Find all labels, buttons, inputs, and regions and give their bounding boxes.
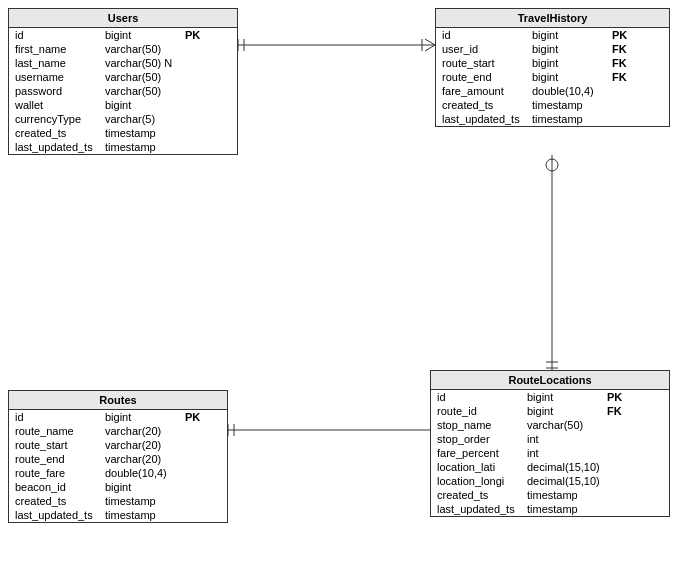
col-type: varchar(50) — [105, 71, 185, 83]
table-row: route_faredouble(10,4) — [9, 466, 227, 480]
col-name: location_lati — [437, 461, 527, 473]
table-row: idbigintPK — [431, 390, 669, 404]
travelhistory-body: idbigintPKuser_idbigintFKroute_startbigi… — [436, 28, 669, 126]
col-type: bigint — [105, 411, 185, 423]
col-name: fare_amount — [442, 85, 532, 97]
col-name: last_updated_ts — [15, 509, 105, 521]
table-row: route_endbigintFK — [436, 70, 669, 84]
users-body: idbigintPKfirst_namevarchar(50)last_name… — [9, 28, 237, 154]
col-type: varchar(5) — [105, 113, 185, 125]
table-row: created_tstimestamp — [9, 494, 227, 508]
table-row: created_tstimestamp — [9, 126, 237, 140]
col-type: timestamp — [105, 127, 185, 139]
col-name: first_name — [15, 43, 105, 55]
col-name: id — [15, 411, 105, 423]
routelocations-body: idbigintPKroute_idbigintFKstop_namevarch… — [431, 390, 669, 516]
col-type: bigint — [527, 405, 607, 417]
table-row: idbigintPK — [9, 410, 227, 424]
col-type: varchar(50) — [527, 419, 607, 431]
col-name: last_updated_ts — [15, 141, 105, 153]
table-row: route_startvarchar(20) — [9, 438, 227, 452]
col-type: decimal(15,10) — [527, 461, 607, 473]
table-row: walletbigint — [9, 98, 237, 112]
col-type: timestamp — [105, 495, 185, 507]
col-type: double(10,4) — [532, 85, 612, 97]
col-type: timestamp — [532, 99, 612, 111]
col-name: id — [15, 29, 105, 41]
col-name: created_ts — [442, 99, 532, 111]
col-type: bigint — [532, 71, 612, 83]
table-row: created_tstimestamp — [431, 488, 669, 502]
table-row: user_idbigintFK — [436, 42, 669, 56]
col-key: FK — [612, 57, 627, 69]
routelocations-header: RouteLocations — [431, 371, 669, 390]
table-row: route_endvarchar(20) — [9, 452, 227, 466]
col-name: wallet — [15, 99, 105, 111]
svg-point-7 — [546, 159, 558, 171]
table-row: idbigintPK — [9, 28, 237, 42]
table-row: beacon_idbigint — [9, 480, 227, 494]
col-key: PK — [607, 391, 622, 403]
table-row: passwordvarchar(50) — [9, 84, 237, 98]
col-type: timestamp — [105, 141, 185, 153]
col-name: route_id — [437, 405, 527, 417]
col-type: timestamp — [527, 503, 607, 515]
routes-header: Routes — [9, 391, 227, 410]
table-row: last_updated_tstimestamp — [9, 140, 237, 154]
col-key: PK — [612, 29, 627, 41]
table-row: route_idbigintFK — [431, 404, 669, 418]
col-key: PK — [185, 29, 200, 41]
col-type: int — [527, 447, 607, 459]
travelhistory-entity: TravelHistory idbigintPKuser_idbigintFKr… — [435, 8, 670, 127]
table-row: last_namevarchar(50) N — [9, 56, 237, 70]
col-key: FK — [612, 71, 627, 83]
col-type: bigint — [105, 481, 185, 493]
col-type: bigint — [532, 57, 612, 69]
col-name: username — [15, 71, 105, 83]
col-type: varchar(50) — [105, 85, 185, 97]
col-name: stop_order — [437, 433, 527, 445]
col-type: timestamp — [105, 509, 185, 521]
col-type: varchar(20) — [105, 425, 185, 437]
users-header: Users — [9, 9, 237, 28]
travelhistory-header: TravelHistory — [436, 9, 669, 28]
col-name: created_ts — [437, 489, 527, 501]
table-row: last_updated_tstimestamp — [436, 112, 669, 126]
col-name: id — [437, 391, 527, 403]
col-type: bigint — [532, 43, 612, 55]
col-key: FK — [607, 405, 622, 417]
col-type: bigint — [105, 99, 185, 111]
col-type: int — [527, 433, 607, 445]
col-type: double(10,4) — [105, 467, 185, 479]
svg-line-2 — [425, 45, 435, 51]
er-diagram: Users idbigintPKfirst_namevarchar(50)las… — [0, 0, 676, 569]
col-name: currencyType — [15, 113, 105, 125]
routes-entity: Routes idbigintPKroute_namevarchar(20)ro… — [8, 390, 228, 523]
table-row: last_updated_tstimestamp — [9, 508, 227, 522]
col-name: password — [15, 85, 105, 97]
col-name: route_name — [15, 425, 105, 437]
col-type: varchar(20) — [105, 453, 185, 465]
col-name: user_id — [442, 43, 532, 55]
svg-line-1 — [425, 39, 435, 45]
col-name: created_ts — [15, 127, 105, 139]
table-row: first_namevarchar(50) — [9, 42, 237, 56]
col-type: timestamp — [527, 489, 607, 501]
table-row: idbigintPK — [436, 28, 669, 42]
table-row: location_longidecimal(15,10) — [431, 474, 669, 488]
col-name: location_longi — [437, 475, 527, 487]
col-name: last_updated_ts — [437, 503, 527, 515]
col-type: decimal(15,10) — [527, 475, 607, 487]
routelocations-entity: RouteLocations idbigintPKroute_idbigintF… — [430, 370, 670, 517]
table-row: route_namevarchar(20) — [9, 424, 227, 438]
col-type: varchar(50) N — [105, 57, 185, 69]
table-row: currencyTypevarchar(5) — [9, 112, 237, 126]
users-entity: Users idbigintPKfirst_namevarchar(50)las… — [8, 8, 238, 155]
col-name: id — [442, 29, 532, 41]
col-name: created_ts — [15, 495, 105, 507]
table-row: created_tstimestamp — [436, 98, 669, 112]
col-name: route_start — [15, 439, 105, 451]
col-name: route_start — [442, 57, 532, 69]
table-row: last_updated_tstimestamp — [431, 502, 669, 516]
col-type: varchar(50) — [105, 43, 185, 55]
